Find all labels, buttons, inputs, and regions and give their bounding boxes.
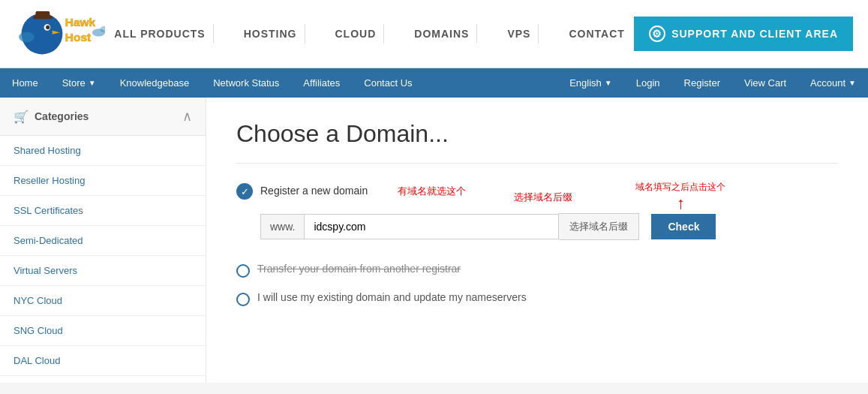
english-dropdown-arrow: ▼ [605, 79, 612, 87]
nav-account[interactable]: Account ▼ [798, 68, 868, 98]
existing-domain-label: I will use my existing domain and update… [257, 291, 527, 303]
register-checkmark-icon: ✓ [236, 183, 253, 200]
nav-knowledgebase[interactable]: Knowledgebase [108, 68, 202, 98]
nav-home[interactable]: Home [0, 68, 50, 98]
domain-register-row: www. 选择域名后缀 域名填写之后点击这个 ↑ Check [260, 213, 838, 240]
nav-vps[interactable]: VPS [500, 24, 539, 44]
sidebar-item-ssl-certificates[interactable]: SSL Certificates [0, 196, 206, 226]
sidebar-item-dal-cloud[interactable]: DAL Cloud [0, 346, 206, 376]
support-client-area-button[interactable]: ⚙ SUPPORT AND CLIENT AREA [634, 17, 853, 51]
main-content: 🛒 Categories ∧ Shared Hosting Reseller H… [0, 98, 868, 383]
top-header: Hawk Host ALL PRODUCTS HOSTING CLOUD DOM… [0, 0, 868, 68]
nav-domains[interactable]: DOMAINS [407, 24, 477, 44]
divider [236, 163, 838, 164]
annotation-register: 有域名就选这个 [398, 185, 466, 198]
sidebar-header-left: 🛒 Categories [14, 110, 89, 124]
gear-icon: ⚙ [649, 26, 665, 42]
sidebar-item-shared-hosting[interactable]: Shared Hosting [0, 136, 206, 166]
support-btn-label: SUPPORT AND CLIENT AREA [671, 28, 838, 40]
svg-text:Host: Host [65, 31, 91, 44]
domain-suffix-button[interactable]: 选择域名后缀 [559, 213, 639, 240]
sidebar-item-virtual-servers[interactable]: Virtual Servers [0, 256, 206, 286]
check-button[interactable]: Check [651, 214, 716, 239]
transfer-radio-button[interactable] [236, 264, 250, 278]
store-dropdown-arrow: ▼ [89, 79, 96, 87]
page-wrapper: Hawk Host ALL PRODUCTS HOSTING CLOUD DOM… [0, 0, 868, 383]
domain-input[interactable] [304, 214, 559, 239]
nav-view-cart[interactable]: View Cart [732, 68, 798, 98]
sidebar-categories-label: Categories [35, 110, 89, 122]
check-annotation-area: 域名填写之后点击这个 ↑ Check [645, 214, 716, 239]
top-nav-links: ALL PRODUCTS HOSTING CLOUD DOMAINS VPS C… [105, 24, 634, 44]
sidebar-item-sng-cloud[interactable]: SNG Cloud [0, 316, 206, 346]
transfer-domain-label: Transfer your domain from another regist… [257, 263, 461, 275]
www-prefix: www. [260, 214, 304, 239]
logo: Hawk Host [15, 8, 105, 60]
register-domain-label: Register a new domain [260, 185, 368, 197]
domain-input-row: 选择域名后缀 www. 选择域名后缀 域名填写之后点击这个 ↑ Check [236, 213, 838, 240]
nav-all-products[interactable]: ALL PRODUCTS [107, 24, 213, 44]
account-dropdown-arrow: ▼ [848, 79, 856, 87]
svg-text:Hawk: Hawk [65, 16, 96, 29]
existing-domain-radio-button[interactable] [236, 293, 250, 306]
nav-cloud[interactable]: CLOUD [328, 24, 385, 44]
option-existing-domain: I will use my existing domain and update… [236, 291, 838, 306]
nav-store[interactable]: Store ▼ [50, 68, 108, 98]
sidebar-item-semi-dedicated[interactable]: Semi-Dedicated [0, 226, 206, 256]
nav-english[interactable]: English ▼ [557, 68, 624, 98]
option-transfer-domain: Transfer your domain from another regist… [236, 263, 838, 278]
svg-rect-5 [35, 11, 50, 18]
cart-icon: 🛒 [14, 110, 29, 124]
page-title: Choose a Domain... [236, 120, 838, 148]
secondary-nav: Home Store ▼ Knowledgebase Network Statu… [0, 68, 868, 98]
nav-register[interactable]: Register [672, 68, 732, 98]
suffix-annotation: 选择域名后缀 [514, 191, 572, 204]
sidebar-item-nyc-cloud[interactable]: NYC Cloud [0, 286, 206, 316]
nav-affiliates[interactable]: Affiliates [291, 68, 352, 98]
sidebar: 🛒 Categories ∧ Shared Hosting Reseller H… [0, 98, 206, 383]
sidebar-item-reseller-hosting[interactable]: Reseller Hosting [0, 166, 206, 196]
logo-area: Hawk Host [15, 8, 105, 60]
sidebar-header: 🛒 Categories ∧ [0, 98, 206, 136]
nav-login[interactable]: Login [624, 68, 672, 98]
nav-network-status[interactable]: Network Status [201, 68, 291, 98]
content-area: Choose a Domain... ✓ Register a new doma… [206, 98, 868, 383]
nav-contact[interactable]: CONTACT [561, 24, 632, 44]
sidebar-collapse-button[interactable]: ∧ [182, 108, 192, 125]
svg-point-6 [19, 32, 35, 42]
svg-point-3 [46, 26, 50, 29]
nav-hosting[interactable]: HOSTING [236, 24, 305, 44]
nav-contact-us[interactable]: Contact Us [352, 68, 424, 98]
